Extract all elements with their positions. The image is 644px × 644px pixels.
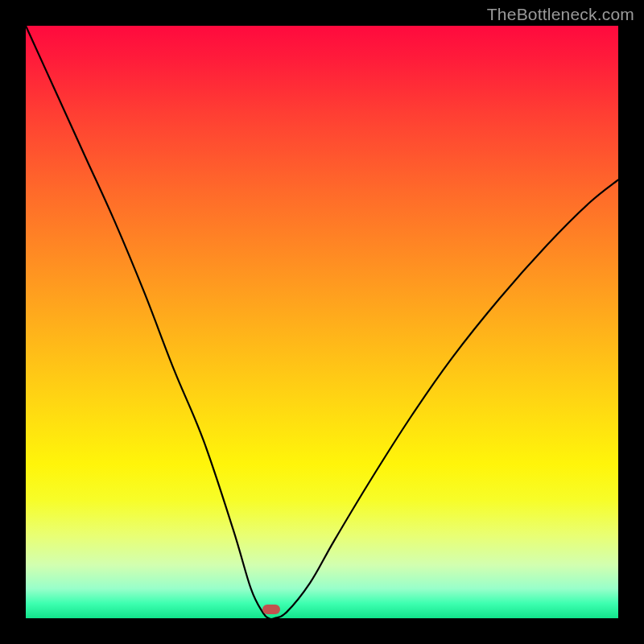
bottleneck-curve: [26, 26, 618, 618]
nadir-marker: [262, 605, 280, 614]
watermark-text: TheBottleneck.com: [487, 5, 634, 24]
plot-area: [26, 26, 618, 618]
chart-frame: TheBottleneck.com: [0, 0, 644, 644]
